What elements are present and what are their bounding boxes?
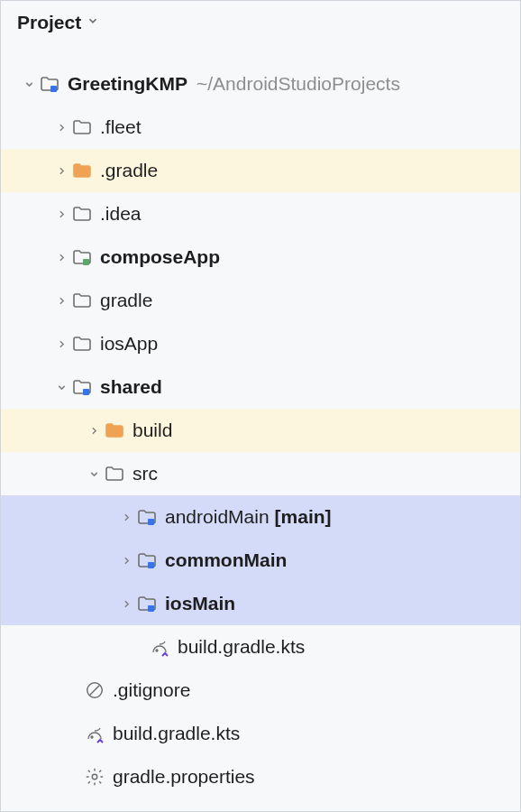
panel-header[interactable]: Project bbox=[1, 1, 520, 41]
chevron-right-icon[interactable] bbox=[116, 555, 136, 567]
folder-icon bbox=[104, 420, 125, 441]
tree-label: src bbox=[133, 463, 158, 484]
tree-label: iosMain bbox=[165, 593, 235, 614]
folder-icon bbox=[71, 333, 93, 355]
tree-item[interactable]: .idea bbox=[1, 192, 520, 235]
tree-label: gradle bbox=[100, 290, 152, 311]
chevron-right-icon[interactable] bbox=[116, 598, 136, 610]
panel-title: Project bbox=[17, 12, 81, 33]
tree-item[interactable]: build.gradle.kts bbox=[1, 625, 520, 669]
tree-item-root[interactable]: GreetingKMP ~/AndroidStudioProjects bbox=[1, 62, 520, 106]
module-folder-icon bbox=[136, 549, 158, 571]
tree-item[interactable]: .fleet bbox=[1, 106, 520, 149]
chevron-right-icon[interactable] bbox=[51, 165, 71, 177]
tree-item[interactable]: iosMain bbox=[1, 582, 520, 625]
tree-item[interactable]: build bbox=[1, 409, 520, 452]
tree-annotation: [main] bbox=[275, 506, 332, 528]
gradle-kts-icon bbox=[149, 636, 170, 658]
chevron-down-icon bbox=[87, 14, 99, 31]
module-folder-icon bbox=[71, 246, 93, 268]
tree-label: build bbox=[133, 420, 172, 441]
tree-item[interactable]: iosApp bbox=[1, 322, 520, 365]
svg-rect-2 bbox=[83, 389, 89, 395]
project-panel: Project GreetingKMP ~/AndroidStudioProje… bbox=[1, 1, 520, 811]
tree-label: build.gradle.kts bbox=[178, 636, 305, 658]
gradle-kts-icon bbox=[84, 723, 105, 744]
chevron-right-icon[interactable] bbox=[51, 208, 71, 220]
chevron-down-icon[interactable] bbox=[84, 468, 104, 480]
svg-point-6 bbox=[156, 650, 158, 651]
chevron-right-icon[interactable] bbox=[84, 425, 104, 437]
svg-rect-0 bbox=[50, 86, 57, 92]
tree-item[interactable]: androidMain [main] bbox=[1, 495, 520, 539]
tree-label: gradle.properties bbox=[113, 766, 255, 788]
chevron-right-icon[interactable] bbox=[116, 512, 136, 523]
tree-label: composeApp bbox=[100, 246, 220, 268]
tree-label: .fleet bbox=[100, 116, 142, 138]
chevron-down-icon[interactable] bbox=[19, 78, 39, 90]
svg-rect-1 bbox=[83, 259, 89, 265]
svg-rect-4 bbox=[148, 562, 154, 568]
folder-icon bbox=[71, 160, 93, 181]
svg-point-9 bbox=[91, 736, 93, 738]
tree-label: build.gradle.kts bbox=[113, 723, 240, 744]
svg-line-8 bbox=[90, 686, 100, 696]
tree-label: iosApp bbox=[100, 333, 158, 355]
tree-label: androidMain bbox=[165, 506, 270, 528]
tree-item[interactable]: .gitignore bbox=[1, 669, 520, 712]
module-folder-icon bbox=[136, 593, 158, 614]
module-folder-icon bbox=[39, 73, 60, 95]
gear-icon bbox=[84, 766, 105, 788]
tree-label: .idea bbox=[100, 203, 142, 225]
tree-label: .gradle bbox=[100, 160, 158, 181]
folder-icon bbox=[71, 116, 93, 138]
svg-rect-3 bbox=[148, 519, 154, 525]
svg-point-10 bbox=[92, 774, 97, 780]
folder-icon bbox=[71, 203, 93, 225]
tree-label: GreetingKMP bbox=[68, 73, 187, 95]
chevron-right-icon[interactable] bbox=[51, 295, 71, 307]
chevron-down-icon[interactable] bbox=[51, 382, 71, 393]
folder-icon bbox=[104, 463, 125, 484]
chevron-right-icon[interactable] bbox=[51, 122, 71, 134]
tree-label: commonMain bbox=[165, 549, 287, 571]
tree-item[interactable]: commonMain bbox=[1, 539, 520, 582]
module-folder-icon bbox=[136, 506, 158, 528]
chevron-right-icon[interactable] bbox=[51, 338, 71, 350]
ignore-icon bbox=[84, 679, 105, 701]
svg-rect-5 bbox=[148, 605, 154, 612]
chevron-right-icon[interactable] bbox=[51, 252, 71, 263]
module-folder-icon bbox=[71, 376, 93, 398]
tree-item[interactable]: build.gradle.kts bbox=[1, 712, 520, 755]
tree-label: shared bbox=[100, 376, 162, 398]
folder-icon bbox=[71, 290, 93, 311]
tree-item[interactable]: gradle bbox=[1, 279, 520, 322]
path-annotation: ~/AndroidStudioProjects bbox=[197, 73, 400, 95]
tree-item[interactable]: .gradle bbox=[1, 149, 520, 192]
tree-item[interactable]: src bbox=[1, 452, 520, 495]
tree-item[interactable]: shared bbox=[1, 365, 520, 409]
tree-item[interactable]: gradle.properties bbox=[1, 755, 520, 798]
tree-item[interactable]: composeApp bbox=[1, 235, 520, 279]
project-tree: GreetingKMP ~/AndroidStudioProjects .fle… bbox=[1, 41, 520, 798]
tree-label: .gitignore bbox=[113, 679, 190, 701]
